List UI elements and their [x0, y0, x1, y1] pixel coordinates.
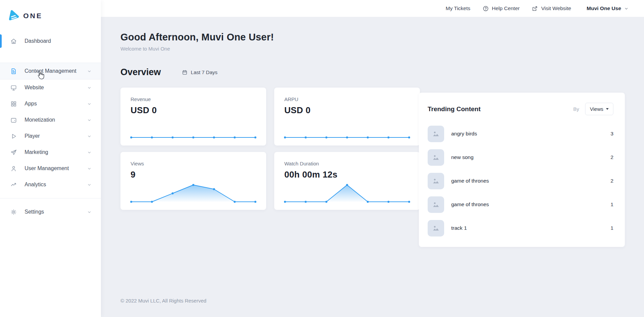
document-icon [10, 68, 17, 75]
sidebar-item-monetization[interactable]: Monetization [0, 112, 101, 128]
content-view-count: 2 [610, 178, 613, 184]
copyright-footer: © 2022 Muvi LLC, All Rights Reserved [120, 298, 206, 304]
topbar: My Tickets Help Center Visit Website Muv… [101, 0, 644, 17]
sidebar: ONE Dashboard Content Management Website [0, 0, 101, 317]
help-circle-icon [482, 5, 489, 12]
trend-icon [10, 181, 17, 188]
revenue-sparkline-chart [128, 115, 259, 144]
trending-list-item[interactable]: game of thrones 2 [428, 169, 613, 193]
date-range-selector[interactable]: Last 7 Days [182, 69, 217, 75]
content-title: game of thrones [451, 178, 489, 184]
arpu-sparkline-chart [282, 115, 413, 144]
gear-icon [10, 209, 17, 216]
stat-card-watch-duration[interactable]: Watch Duration 00h 00m 12s [274, 152, 420, 210]
content-title: new song [451, 154, 473, 160]
trending-sort-dropdown[interactable]: Views [585, 103, 613, 115]
play-icon [10, 133, 17, 140]
logo-text: ONE [23, 12, 43, 20]
watch-duration-sparkline-chart [282, 180, 413, 208]
trending-sort-value: Views [590, 106, 603, 112]
help-center-label: Help Center [492, 5, 520, 11]
content-view-count: 1 [610, 201, 613, 208]
trending-list-item[interactable]: track 1 1 [428, 216, 613, 240]
my-tickets-label: My Tickets [446, 5, 470, 11]
content-title: angry birds [451, 131, 477, 137]
stat-card-arpu[interactable]: ARPU USD 0 [274, 88, 420, 146]
content-thumbnail [428, 126, 444, 142]
content-thumbnail [428, 173, 444, 189]
calendar-icon [182, 69, 188, 75]
sidebar-item-player[interactable]: Player [0, 128, 101, 144]
date-range-value: Last 7 Days [191, 69, 217, 75]
account-name: Muvi One Use [587, 5, 621, 11]
chevron-down-icon [87, 86, 92, 90]
sidebar-item-label: Dashboard [25, 38, 92, 44]
stat-value: 9 [131, 169, 256, 180]
sidebar-item-label: Website [25, 85, 87, 91]
sidebar-item-marketing[interactable]: Marketing [0, 144, 101, 160]
chevron-down-icon [87, 210, 92, 214]
sidebar-item-apps[interactable]: Apps [0, 96, 101, 112]
greeting-subtitle: Welcome to Muvi One [120, 46, 644, 52]
views-sparkline-chart [128, 180, 259, 208]
chevron-down-icon [87, 166, 92, 171]
content-view-count: 2 [610, 154, 613, 160]
home-icon [10, 38, 17, 45]
chevron-down-icon [87, 183, 92, 187]
sidebar-item-website[interactable]: Website [0, 80, 101, 96]
stat-value: USD 0 [284, 105, 410, 116]
visit-website-label: Visit Website [541, 5, 571, 11]
sidebar-item-label: Content Management [25, 68, 87, 74]
stat-label: Watch Duration [284, 161, 410, 166]
chevron-down-icon [624, 6, 629, 11]
trending-list-item[interactable]: game of thrones 1 [428, 193, 613, 216]
by-label: By [573, 106, 579, 112]
chevron-down-icon [87, 102, 92, 106]
stat-card-revenue[interactable]: Revenue USD 0 [120, 88, 266, 146]
my-tickets-link[interactable]: My Tickets [446, 5, 470, 11]
monitor-icon [10, 84, 17, 91]
sidebar-item-settings[interactable]: Settings [0, 204, 101, 220]
chevron-down-icon [87, 69, 92, 73]
stat-label: ARPU [284, 96, 410, 102]
account-menu[interactable]: Muvi One Use [587, 5, 629, 11]
sidebar-item-label: Analytics [25, 182, 87, 188]
chevron-down-icon [87, 134, 92, 138]
caret-down-icon [606, 108, 609, 110]
chevron-down-icon [87, 150, 92, 155]
stat-card-views[interactable]: Views 9 [120, 152, 266, 210]
trending-list-item[interactable]: angry birds 3 [428, 122, 613, 146]
wallet-icon [10, 117, 17, 124]
trending-content-panel: Trending Content By Views angry birds 3 [419, 93, 625, 247]
stat-label: Revenue [131, 96, 256, 102]
image-placeholder-icon [431, 177, 440, 186]
image-placeholder-icon [431, 153, 440, 162]
image-placeholder-icon [431, 224, 440, 233]
sidebar-item-analytics[interactable]: Analytics [0, 177, 101, 193]
content-view-count: 1 [610, 225, 613, 231]
content-view-count: 3 [610, 131, 613, 137]
muvi-one-logo[interactable]: ONE [0, 0, 101, 24]
sidebar-item-user-management[interactable]: User Management [0, 160, 101, 177]
sidebar-item-label: User Management [25, 165, 87, 171]
visit-website-link[interactable]: Visit Website [532, 5, 571, 12]
stat-value: USD 0 [131, 105, 256, 116]
main-content: Good Afternoon, Muvi One User! Welcome t… [101, 17, 644, 317]
trending-list-item[interactable]: new song 2 [428, 146, 613, 169]
sidebar-item-dashboard[interactable]: Dashboard [0, 33, 101, 49]
sidebar-item-content-management[interactable]: Content Management [0, 63, 101, 79]
user-icon [10, 165, 17, 172]
sidebar-item-label: Marketing [25, 149, 87, 155]
help-center-link[interactable]: Help Center [482, 5, 520, 12]
sidebar-item-label: Settings [25, 209, 87, 215]
send-icon [10, 149, 17, 156]
sidebar-item-label: Player [25, 133, 87, 139]
content-thumbnail [428, 149, 444, 166]
image-placeholder-icon [431, 129, 440, 138]
overview-title: Overview [120, 67, 161, 77]
sidebar-item-label: Monetization [25, 117, 87, 123]
external-link-icon [532, 5, 538, 12]
image-placeholder-icon [431, 200, 440, 209]
stat-label: Views [131, 161, 256, 166]
greeting-title: Good Afternoon, Muvi One User! [120, 32, 644, 43]
